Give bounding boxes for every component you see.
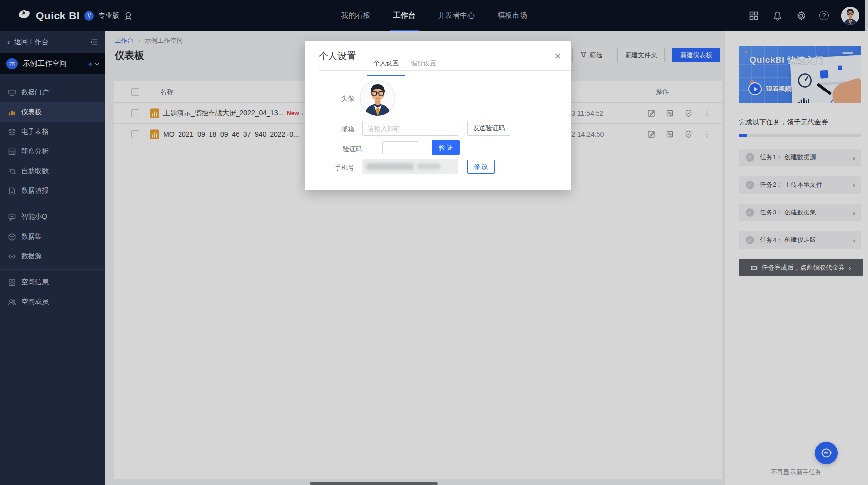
modal-divider: [319, 70, 571, 71]
tab-preference-settings[interactable]: 偏好设置: [405, 59, 442, 76]
email-label: 邮箱: [320, 125, 354, 134]
tab-personal-settings[interactable]: 个人设置: [367, 59, 405, 76]
send-code-button[interactable]: 发送验证码: [467, 121, 510, 136]
code-input[interactable]: [382, 141, 418, 154]
horizontal-scrollbar[interactable]: [310, 482, 438, 485]
personal-settings-modal: 个人设置 个人设置 偏好设置 ✕ 头像 邮箱 发送验证码 验证码 验 证 手机号…: [305, 41, 571, 190]
code-label: 验证码: [339, 145, 362, 153]
modal-title: 个人设置: [319, 50, 356, 62]
modify-phone-button[interactable]: 修 改: [467, 160, 495, 174]
email-input[interactable]: [362, 121, 458, 136]
verify-button[interactable]: 验 证: [432, 140, 460, 155]
phone-masked-value: [362, 159, 458, 174]
close-icon[interactable]: ✕: [552, 50, 564, 62]
modal-tabs: 个人设置 偏好设置: [367, 59, 442, 76]
phone-label: 手机号: [320, 163, 354, 172]
profile-avatar[interactable]: [360, 80, 395, 116]
avatar-label: 头像: [320, 94, 354, 103]
